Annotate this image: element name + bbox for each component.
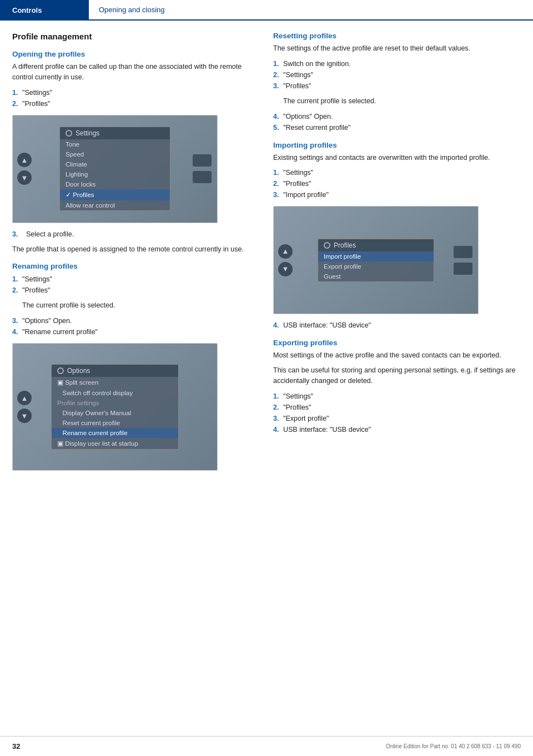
resetting-title: Resetting profiles — [273, 32, 517, 40]
arrow-nav: ▲ ▼ — [17, 153, 32, 185]
importing-step-3: 3."Import profile" — [273, 189, 517, 200]
options-menu-box: Options ▣ Split screen Switch off contro… — [51, 364, 179, 450]
renaming-steps-2: 3."Options" Open. 4."Rename current prof… — [12, 315, 257, 337]
options-display-user-list: ▣ Display user list at startup — [52, 438, 178, 449]
renaming-step-3: 3."Options" Open. — [12, 315, 257, 326]
renaming-step-1: 1."Settings" — [12, 274, 257, 285]
options-arrow-up: ▲ — [17, 391, 32, 405]
resetting-step-2: 2."Settings" — [273, 69, 517, 80]
page-title: Profile management — [12, 32, 257, 41]
resetting-step-3: 3."Profiles" — [273, 80, 517, 92]
exporting-title: Exporting profiles — [273, 339, 517, 347]
importing-body: Existing settings and contacts are overw… — [273, 153, 517, 163]
exporting-body2: This can be useful for storing and openi… — [273, 365, 517, 386]
options-gear-icon — [57, 367, 64, 374]
right-btn-top — [193, 154, 212, 167]
resetting-step-5: 5."Reset current profile" — [273, 122, 517, 133]
profiles-import: Import profile — [318, 251, 434, 261]
options-arrow-nav: ▲ ▼ — [17, 391, 32, 423]
profiles-menu-title: Profiles — [334, 241, 356, 249]
menu-item-tone: Tone — [60, 139, 170, 149]
right-controls — [193, 154, 212, 183]
tab-opening-closing-label: Opening and closing — [99, 6, 165, 14]
page-number: 32 — [12, 742, 20, 750]
exporting-step-2: 2."Profiles" — [273, 402, 517, 413]
menu-item-lighting: Lighting — [60, 169, 170, 179]
exporting-step-3: 3."Export profile" — [273, 413, 517, 424]
options-switch-off: Switch off control display — [52, 388, 178, 398]
settings-menu-title: Settings — [76, 129, 99, 137]
section-renaming: Renaming profiles 1."Settings" 2."Profil… — [12, 262, 257, 471]
resetting-note: The current profile is selected. — [273, 96, 517, 107]
renaming-step-4: 4."Rename current profile" — [12, 326, 257, 337]
profiles-right-btn-top — [454, 246, 472, 258]
profiles-menu-box: Profiles Import profile Export profile G… — [318, 239, 434, 282]
options-menu-title: Options — [67, 367, 90, 375]
settings-menu-header: Settings — [60, 127, 170, 139]
exporting-steps: 1."Settings" 2."Profiles" 3."Export prof… — [273, 391, 517, 435]
arrow-up: ▲ — [17, 153, 32, 167]
settings-menu-screenshot: ▲ ▼ Settings Tone Speed Climate Lighting — [12, 115, 218, 223]
renaming-steps: 1."Settings" 2."Profiles" — [12, 274, 257, 296]
renaming-title: Renaming profiles — [12, 262, 257, 270]
importing-steps: 1."Settings" 2."Profiles" 3."Import prof… — [273, 167, 517, 200]
menu-item-climate: Climate — [60, 159, 170, 169]
importing-step-1: 1."Settings" — [273, 167, 517, 178]
profiles-arrow-nav: ▲ ▼ — [278, 244, 293, 276]
options-arrow-down: ▼ — [17, 409, 32, 423]
importing-step-2: 2."Profiles" — [273, 178, 517, 189]
resetting-body: The settings of the active profile are r… — [273, 43, 517, 54]
exporting-step-4: 4.USB interface: "USB device" — [273, 424, 517, 435]
options-rename-profile: Rename current profile — [52, 428, 178, 438]
section-exporting: Exporting profiles Most settings of the … — [273, 339, 517, 435]
options-menu-screenshot: ▲ ▼ Options ▣ Split screen Switch off co… — [12, 343, 218, 471]
options-display-manual: Display Owner's Manual — [52, 408, 178, 418]
profiles-arrow-down: ▼ — [278, 262, 293, 276]
opening-steps: 1."Settings" 2."Profiles" — [12, 87, 257, 109]
page-header: Controls Opening and closing — [0, 0, 533, 20]
profiles-guest: Guest — [318, 271, 434, 281]
resetting-step-1: 1.Switch on the ignition. — [273, 58, 517, 69]
importing-step-4: 4.USB interface: "USB device" — [273, 320, 517, 331]
right-btn-bottom — [193, 171, 212, 183]
section-importing: Importing profiles Existing settings and… — [273, 141, 517, 331]
arrow-down: ▼ — [17, 170, 32, 185]
main-content: Profile management Opening the profiles … — [0, 21, 533, 501]
opening-body: A different profile can be called up tha… — [12, 62, 257, 83]
profiles-menu-screenshot: ▲ ▼ Profiles Import profile Export profi… — [273, 206, 479, 314]
exporting-step-1: 1."Settings" — [273, 391, 517, 402]
profiles-export: Export profile — [318, 261, 434, 271]
importing-steps-2: 4.USB interface: "USB device" — [273, 320, 517, 331]
tab-controls-label: Controls — [12, 6, 42, 14]
importing-title: Importing profiles — [273, 141, 517, 149]
options-profile-settings: Profile settings — [52, 398, 178, 408]
options-menu-header: Options — [52, 365, 178, 377]
profiles-menu-header: Profiles — [318, 239, 434, 251]
profiles-arrow-up: ▲ — [278, 244, 293, 259]
resetting-step-4: 4."Options" Open. — [273, 111, 517, 122]
page-footer: 32 Online Edition for Part no. 01 40 2 6… — [0, 736, 533, 756]
exporting-body1: Most settings of the active profile and … — [273, 350, 517, 361]
renaming-step-2: 2."Profiles" — [12, 285, 257, 296]
profiles-icon — [324, 242, 330, 249]
opening-steps-2: 3. Select a profile. — [12, 229, 257, 240]
menu-item-allowrear: Allow rear control — [60, 200, 170, 210]
options-reset-profile: Reset current profile — [52, 418, 178, 428]
profiles-right-controls — [454, 246, 472, 275]
opening-note: The profile that is opened is assigned t… — [12, 244, 257, 255]
menu-item-profiles: ✓ Profiles — [60, 189, 170, 200]
menu-item-doorlocks: Door locks — [60, 179, 170, 189]
gear-icon — [66, 130, 72, 137]
options-split-screen: ▣ Split screen — [52, 377, 178, 388]
tab-controls[interactable]: Controls — [0, 0, 89, 20]
tab-opening-closing[interactable]: Opening and closing — [89, 0, 533, 20]
footer-note: Online Edition for Part no. 01 40 2 608 … — [386, 743, 521, 749]
profiles-right-btn-bottom — [454, 263, 472, 275]
section-resetting: Resetting profiles The settings of the a… — [273, 32, 517, 133]
renaming-note: The current profile is selected. — [12, 300, 257, 311]
opening-step-2: 2."Profiles" — [12, 98, 257, 109]
right-column: Resetting profiles The settings of the a… — [273, 32, 517, 478]
section-opening: Opening the profiles A different profile… — [12, 50, 257, 254]
menu-item-speed: Speed — [60, 149, 170, 159]
opening-step-3: 3. Select a profile. — [12, 229, 257, 240]
